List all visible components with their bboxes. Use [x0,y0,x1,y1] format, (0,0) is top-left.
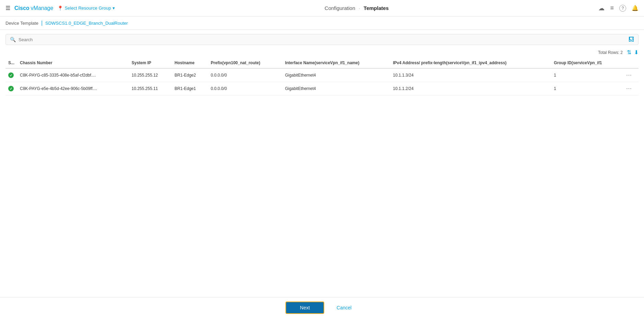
cell-system-ip: 10.255.255.11 [129,82,172,95]
header-left: ☰ Cisco vManage 📍 Select Resource Group … [5,5,115,11]
cell-prefix: 0.0.0.0/0 [208,82,282,95]
page-title: Configuration · Templates [325,5,389,11]
table-row: ✓ C8K-PAYG-e5e-4b5d-42ee-906c-5b09ff....… [5,82,639,95]
cell-status: ✓ [5,82,17,95]
cell-group-id: 1 [551,82,623,95]
breadcrumb-separator: | [41,20,43,26]
download-icon[interactable]: ⬇ [634,49,639,56]
footer: Next Cancel [0,297,644,318]
search-icon: 🔍 [10,37,16,42]
header-right: ☁ ≡ ? 🔔 [598,4,639,12]
chevron-down-icon: ▾ [113,5,115,11]
cancel-button[interactable]: Cancel [330,302,359,313]
table-controls: Total Rows: 2 ⇅ ⬇ [5,49,639,56]
cell-status: ✓ [5,68,17,82]
brand-cisco: Cisco [14,5,30,11]
cell-chassis: C8K-PAYG-c85-3335-408e-b5af-cf2dbf.... [17,68,129,82]
status-indicator: ✓ [8,86,14,91]
col-hostname: Hostname [172,58,208,68]
main-content: 🔍 ⛾ Total Rows: 2 ⇅ ⬇ S... Chassis Numbe… [0,30,644,297]
col-group-id: Group ID(serviceVpn_if1 [551,58,623,68]
notification-bell-icon[interactable]: 🔔 [632,5,639,11]
row-more-button[interactable]: ··· [626,86,632,91]
col-chassis: Chassis Number [17,58,129,68]
cell-ipv4-address: 10.1.1.3/24 [390,68,551,82]
hamburger-icon[interactable]: ☰ [5,5,10,11]
col-prefix: Prefix(vpn100_nat_route) [208,58,282,68]
cell-more-actions: ··· [623,68,639,82]
menu-icon[interactable]: ≡ [610,4,614,12]
status-indicator: ✓ [8,72,14,78]
cell-interface-name: GigabitEthernet4 [282,68,390,82]
cell-interface-name: GigabitEthernet4 [282,82,390,95]
col-ipv4-address: IPv4 Address/ prefix-length(serviceVpn_i… [390,58,551,68]
column-filter-icon[interactable]: ⇅ [627,49,631,56]
cell-group-id: 1 [551,68,623,82]
cell-system-ip: 10.255.255.12 [129,68,172,82]
breadcrumb-device-template: Device Template [5,21,38,26]
cell-chassis: C8K-PAYG-e5e-4b5d-42ee-906c-5b09ff.... [17,82,129,95]
search-bar: 🔍 ⛾ [5,34,639,45]
cell-ipv4-address: 10.1.1.2/24 [390,82,551,95]
cell-more-actions: ··· [623,82,639,95]
col-status: S... [5,58,17,68]
cloud-icon[interactable]: ☁ [598,4,605,12]
resource-group-selector[interactable]: 📍 Select Resource Group ▾ [57,5,115,11]
brand-vmanage: vManage [31,5,54,11]
next-button[interactable]: Next [285,302,324,314]
cell-prefix: 0.0.0.0/0 [208,68,282,82]
breadcrumb: Device Template | SDWSCS1.0_EDGE_Branch_… [0,16,644,30]
total-rows-label: Total Rows: 2 [598,50,623,55]
help-icon[interactable]: ? [619,5,626,12]
breadcrumb-template-name: SDWSCS1.0_EDGE_Branch_DualRouter [45,21,128,26]
filter-icon[interactable]: ⛾ [629,36,634,43]
app-header: ☰ Cisco vManage 📍 Select Resource Group … [0,0,644,16]
row-more-button[interactable]: ··· [626,72,632,78]
col-actions [623,58,639,68]
table-body: ✓ C8K-PAYG-c85-3335-408e-b5af-cf2dbf....… [5,68,639,95]
device-table: S... Chassis Number System IP Hostname P… [5,58,639,95]
table-header: S... Chassis Number System IP Hostname P… [5,58,639,68]
cell-hostname: BR1-Edge1 [172,82,208,95]
table-row: ✓ C8K-PAYG-c85-3335-408e-b5af-cf2dbf....… [5,68,639,82]
location-icon: 📍 [57,5,63,11]
brand: Cisco vManage [14,5,53,11]
resource-group-label: Select Resource Group [65,5,111,11]
cell-hostname: BR1-Edge2 [172,68,208,82]
col-system-ip: System IP [129,58,172,68]
col-interface-name: Interface Name(serviceVpn_if1_name) [282,58,390,68]
search-input[interactable] [19,37,626,42]
